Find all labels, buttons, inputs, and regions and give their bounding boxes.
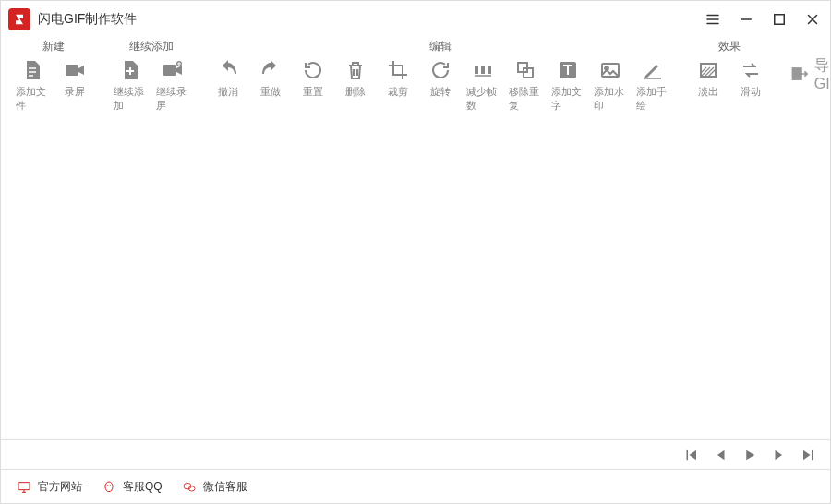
text-icon <box>555 57 581 83</box>
export-gif-button[interactable]: 导出GIF <box>784 56 831 92</box>
trash-icon <box>343 57 368 83</box>
statusbar: 官方网站 客服QQ 微信客服 <box>1 469 830 504</box>
fade-icon <box>695 57 721 83</box>
minimize-button[interactable] <box>736 9 756 30</box>
reduce-frames-button[interactable]: 减少帧数 <box>464 57 501 113</box>
add-watermark-button[interactable]: 添加水印 <box>592 57 629 113</box>
app-title: 闪电GIF制作软件 <box>38 11 703 28</box>
qq-link[interactable]: 客服QQ <box>101 479 163 496</box>
svg-rect-1 <box>66 65 78 76</box>
group-header-effect: 效果 <box>718 38 741 57</box>
rotate-icon <box>428 57 453 83</box>
remove-duplicate-button[interactable]: 移除重复 <box>507 57 544 113</box>
svg-point-16 <box>107 485 108 486</box>
group-edit: 编辑 撤消 重做 重置 删除 裁剪 <box>206 38 675 113</box>
group-continue: 继续添加 继续添加 继续录屏 <box>108 38 195 113</box>
reset-icon <box>300 57 326 83</box>
toolbar: 新建 添加文件 录屏 继续添加 继续添加 继续录屏 编辑 <box>1 38 830 102</box>
svg-rect-2 <box>163 65 176 76</box>
menu-icon[interactable] <box>703 9 723 30</box>
prev-frame-button[interactable] <box>710 445 730 465</box>
workspace <box>1 102 830 439</box>
fade-button[interactable]: 淡出 <box>690 57 727 99</box>
window-controls <box>703 9 823 30</box>
export-icon <box>789 59 809 89</box>
undo-button[interactable]: 撤消 <box>210 57 247 113</box>
svg-rect-6 <box>488 66 491 74</box>
wechat-icon <box>181 479 198 496</box>
add-file-button[interactable]: 添加文件 <box>14 57 51 113</box>
timeline-controls <box>1 439 830 469</box>
remove-dup-icon <box>512 57 538 83</box>
play-button[interactable] <box>740 445 760 465</box>
website-link[interactable]: 官方网站 <box>16 479 82 496</box>
svg-point-17 <box>110 485 111 486</box>
add-text-button[interactable]: 添加文字 <box>549 57 586 113</box>
group-header-edit: 编辑 <box>429 38 452 57</box>
file-add-icon <box>117 57 143 83</box>
add-more-button[interactable]: 继续添加 <box>112 57 149 113</box>
wechat-link[interactable]: 微信客服 <box>181 479 247 496</box>
rotate-button[interactable]: 旋转 <box>422 57 459 113</box>
add-draw-button[interactable]: 添加手绘 <box>634 57 671 113</box>
file-icon <box>19 57 45 83</box>
record-screen-button[interactable]: 录屏 <box>56 57 93 113</box>
last-frame-button[interactable] <box>799 445 819 465</box>
next-frame-button[interactable] <box>769 445 789 465</box>
camera-icon <box>62 57 88 83</box>
record-more-button[interactable]: 继续录屏 <box>154 57 191 113</box>
svg-rect-0 <box>775 15 785 25</box>
undo-icon <box>215 57 241 83</box>
maximize-button[interactable] <box>769 9 789 30</box>
svg-rect-4 <box>475 66 478 74</box>
svg-point-15 <box>105 482 113 492</box>
group-header-continue: 继续添加 <box>129 38 174 57</box>
titlebar: 闪电GIF制作软件 <box>1 1 830 38</box>
monitor-icon <box>16 479 32 496</box>
slide-icon <box>738 57 764 83</box>
qq-icon <box>101 479 117 496</box>
pencil-icon <box>640 57 666 83</box>
svg-rect-5 <box>481 66 485 74</box>
redo-icon <box>258 57 283 83</box>
crop-icon <box>385 57 411 83</box>
slide-button[interactable]: 滑动 <box>732 57 769 99</box>
watermark-icon <box>597 57 623 83</box>
svg-rect-14 <box>18 482 30 489</box>
close-button[interactable] <box>802 9 823 30</box>
group-header-new: 新建 <box>42 38 65 57</box>
reduce-frames-icon <box>470 57 496 83</box>
group-effect: 效果 淡出 滑动 <box>686 38 773 99</box>
redo-button[interactable]: 重做 <box>252 57 289 113</box>
crop-button[interactable]: 裁剪 <box>379 57 416 113</box>
first-frame-button[interactable] <box>680 445 701 465</box>
camera-add-icon <box>160 57 186 83</box>
group-new: 新建 添加文件 录屏 <box>10 38 97 113</box>
app-logo <box>8 8 30 30</box>
reset-button[interactable]: 重置 <box>295 57 331 113</box>
delete-button[interactable]: 删除 <box>337 57 374 113</box>
